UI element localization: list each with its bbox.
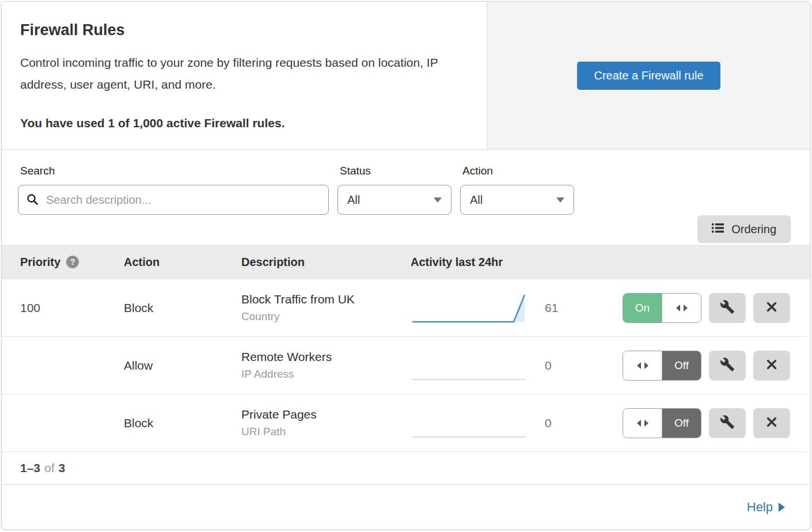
action-selected-value: All [470, 193, 483, 207]
toggle-state-label: Off [662, 351, 701, 380]
rule-controls: On [623, 293, 790, 323]
rule-action: Allow [124, 359, 241, 373]
rule-match-type: Country [241, 310, 411, 323]
rule-title: Private Pages [241, 408, 411, 421]
activity-count: 0 [529, 416, 592, 430]
search-box [18, 185, 329, 215]
filter-bar: Search Status All Action All [2, 150, 810, 245]
rule-priority: 100 [20, 301, 124, 315]
help-label: Help [747, 500, 773, 515]
action-filter-group: Action All [460, 165, 574, 215]
ordering-list-icon [712, 222, 724, 237]
close-icon [765, 300, 779, 316]
rule-enabled-toggle[interactable]: Off [623, 408, 701, 438]
rule-description: Private Pages URI Path [241, 408, 411, 438]
pagination-range: 1–3 [20, 461, 40, 475]
arrow-left-icon [637, 362, 641, 369]
status-selected-value: All [347, 193, 360, 207]
delete-rule-button[interactable] [753, 351, 790, 381]
toggle-state-label: On [623, 294, 662, 322]
arrow-right-icon [779, 503, 785, 512]
create-firewall-rule-button[interactable]: Create a Firewall rule [577, 62, 720, 90]
chevron-down-icon [434, 197, 442, 203]
rule-match-type: URI Path [241, 425, 411, 438]
toggle-state-label: Off [662, 409, 701, 438]
activity-count: 0 [529, 359, 592, 373]
arrow-right-icon [644, 420, 648, 427]
pagination-total: 3 [59, 461, 66, 475]
page-description: Control incoming traffic to your zone by… [20, 52, 464, 96]
arrow-left-icon [676, 305, 680, 311]
rule-action: Block [124, 301, 241, 315]
rule-action: Block [124, 416, 241, 430]
delete-rule-button[interactable] [753, 408, 790, 438]
wrench-icon [720, 415, 735, 431]
rule-match-type: IP Address [241, 368, 411, 381]
search-filter-group: Search [18, 165, 329, 215]
activity-sparkline [411, 406, 529, 440]
status-select[interactable]: All [337, 185, 451, 215]
arrow-right-icon [684, 305, 688, 311]
delete-rule-button[interactable] [753, 293, 790, 323]
edit-rule-button[interactable] [709, 351, 746, 381]
wrench-icon [720, 357, 735, 374]
arrow-right-icon [644, 362, 648, 369]
rule-controls: Off [623, 408, 790, 438]
table-header: Priority ? Action Description Activity l… [2, 245, 810, 279]
toggle-handle[interactable] [623, 351, 662, 380]
rule-description: Remote Workers IP Address [241, 350, 411, 381]
rule-title: Remote Workers [241, 350, 411, 364]
pagination-bar: 1–3 of 3 [2, 452, 810, 485]
page-title: Firewall Rules [20, 21, 468, 39]
activity-count: 61 [529, 301, 592, 315]
close-icon [765, 358, 779, 373]
header-action-panel: Create a Firewall rule [487, 2, 810, 149]
column-priority: Priority ? [20, 256, 124, 269]
rule-enabled-toggle[interactable]: On [623, 293, 701, 323]
status-filter-group: Status All [337, 165, 451, 215]
column-activity: Activity last 24hr [411, 256, 792, 269]
rule-description: Block Traffic from UK Country [241, 292, 411, 323]
column-description: Description [241, 256, 411, 269]
edit-rule-button[interactable] [709, 408, 746, 438]
search-icon [26, 193, 40, 207]
edit-rule-button[interactable] [709, 293, 746, 323]
toggle-handle[interactable] [662, 294, 701, 322]
action-select[interactable]: All [460, 185, 574, 215]
close-icon [765, 415, 779, 431]
search-label: Search [20, 165, 329, 177]
firewall-rules-panel: Firewall Rules Control incoming traffic … [1, 1, 811, 530]
header-text-block: Firewall Rules Control incoming traffic … [2, 2, 487, 149]
help-link[interactable]: Help [747, 500, 785, 515]
help-bar: Help [2, 485, 810, 529]
rule-controls: Off [623, 351, 790, 381]
search-input[interactable] [18, 185, 329, 215]
action-label: Action [462, 165, 574, 177]
activity-sparkline [411, 348, 529, 383]
activity-sparkline [411, 291, 529, 325]
chevron-down-icon [556, 197, 564, 203]
table-row: Allow Remote Workers IP Address 0 Off [2, 337, 810, 394]
page-header: Firewall Rules Control incoming traffic … [2, 2, 810, 150]
column-action: Action [124, 256, 241, 269]
arrow-left-icon [637, 420, 641, 427]
status-label: Status [340, 165, 451, 177]
pagination-of: of [44, 461, 55, 475]
ordering-label: Ordering [731, 223, 776, 236]
priority-header-label: Priority [20, 256, 60, 269]
rule-title: Block Traffic from UK [241, 292, 411, 306]
rule-enabled-toggle[interactable]: Off [623, 351, 701, 381]
wrench-icon [720, 299, 735, 316]
table-row: Block Private Pages URI Path 0 Off [2, 394, 810, 452]
usage-note: You have used 1 of 1,000 active Firewall… [20, 116, 468, 130]
toggle-handle[interactable] [623, 409, 662, 438]
priority-help-icon[interactable]: ? [66, 256, 79, 268]
table-row: 100 Block Block Traffic from UK Country … [2, 279, 810, 337]
ordering-button[interactable]: Ordering [697, 215, 791, 243]
